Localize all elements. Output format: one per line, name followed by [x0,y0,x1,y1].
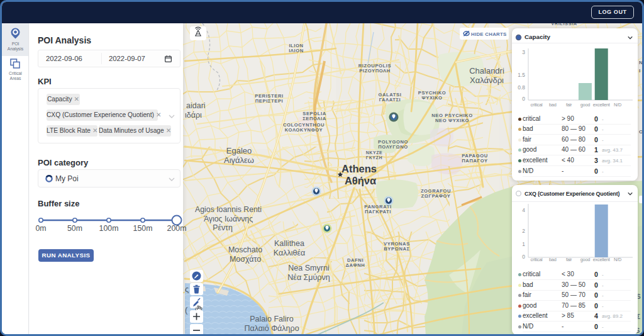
svg-text:VRILISSIA: VRILISSIA [551,23,577,26]
svg-text:ιδάρι: ιδάρι [185,111,202,120]
svg-text:0m: 0m [35,224,46,233]
svg-text:ΓΑΛΑΤΣΙ: ΓΑΛΑΤΣΙ [379,97,401,103]
svg-text:excellent: excellent [593,102,610,108]
svg-text:Athens: Athens [341,163,377,174]
svg-text:Palaio Faliro: Palaio Faliro [250,315,294,323]
svg-text:ς: ς [185,284,189,294]
svg-text:0: 0 [522,254,525,260]
svg-text:ΠΑΓΚΡΑΤΙ: ΠΑΓΚΡΑΤΙ [365,209,391,215]
svg-text:Νέα Σμύρνη: Νέα Σμύρνη [287,273,330,282]
svg-text:ΒΥΡΩΝΑΣ: ΒΥΡΩΝΑΣ [384,246,409,252]
svg-text:critical: critical [530,257,543,262]
svg-text:200m: 200m [167,224,187,233]
svg-text:bad: bad [549,257,557,262]
svg-text:N/D: N/D [614,102,621,108]
svg-text:Ρέντη: Ρέντη [213,223,233,232]
svg-text:ΠΟΛΥΓΩΝΟ: ΠΟΛΥΓΩΝΟ [378,144,408,150]
svg-text:1: 1 [522,241,525,247]
svg-text:150m: 150m [133,224,153,233]
svg-text:50m: 50m [67,224,82,233]
svg-text:100m: 100m [99,224,119,233]
svg-text:ΔΑΦΝΗ: ΔΑΦΝΗ [346,262,365,268]
svg-text:Chalandri: Chalandri [469,66,504,76]
svg-text:ΖΩΓΡΑΦΟΥ: ΖΩΓΡΑΦΟΥ [421,193,451,199]
svg-text:Αιγάλεω: Αιγάλεω [224,155,254,165]
svg-text:ΓΚΥΖΗ: ΓΚΥΖΗ [366,155,382,160]
svg-text:N/D: N/D [614,257,621,262]
svg-text:Μοσχάτο: Μοσχάτο [230,255,261,264]
svg-text:N: N [639,60,642,65]
svg-text:Παλαιό Φάληρο: Παλαιό Φάληρο [244,324,299,333]
svg-text:Agios Ioannis Renti: Agios Ioannis Renti [195,205,262,214]
svg-text:Kallithea: Kallithea [274,239,304,248]
svg-text:ΠΑΠΑΓΟΥ: ΠΑΠΑΓΟΥ [462,158,487,164]
svg-text:good: good [580,102,591,108]
svg-text:Χαλάνδρι: Χαλάνδρι [470,76,504,85]
svg-text:(: ( [185,305,188,315]
svg-text:ΡΙΖΟΥΠΟΛΗ: ΡΙΖΟΥΠΟΛΗ [359,68,391,74]
svg-text:Nea Smyrni: Nea Smyrni [288,264,329,272]
svg-text:O: O [639,129,642,135]
svg-text:good: good [580,257,591,262]
svg-text:Καλλιθέα: Καλλιθέα [274,249,305,257]
svg-text:NKYZE: NKYZE [366,150,383,155]
svg-text:Moschato: Moschato [228,245,262,254]
svg-text:0: 0 [522,96,525,102]
svg-text:4: 4 [522,207,525,213]
svg-text:fair: fair [566,257,572,262]
svg-text:Αθήνα: Αθήνα [345,175,376,186]
svg-text:aidari: aidari [186,101,206,110]
svg-text:ΣΕΠΟΛΙΑ: ΣΕΠΟΛΙΑ [303,116,326,121]
svg-text:3: 3 [522,49,525,55]
svg-text:2: 2 [522,228,525,234]
svg-text:ΨΥΧΙΚΟ: ΨΥΧΙΚΟ [421,95,442,101]
svg-text:bad: bad [549,102,557,108]
svg-text:fair: fair [566,102,572,108]
svg-text:ΝΕΟ ΨΥΧΙΚΟ: ΝΕΟ ΨΥΧΙΚΟ [435,118,469,123]
svg-text:I: I [639,68,641,74]
svg-text:1.5: 1.5 [518,72,525,78]
svg-text:ΙΛΙΟΝ: ΙΛΙΟΝ [289,48,304,53]
svg-text:0.8: 0.8 [518,84,525,91]
svg-text:excellent: excellent [593,257,610,262]
svg-text:Άγιος Ιωάννης: Άγιος Ιωάννης [204,215,253,223]
svg-text:critical: critical [530,102,543,108]
svg-text:ΠΕΡΙΣΤΕΡΙ: ΠΕΡΙΣΤΕΡΙ [255,98,284,104]
svg-text:ΚΟΛΟΚΥΝΘΟΥ: ΚΟΛΟΚΥΝΘΟΥ [285,127,323,133]
svg-text:Egaleo: Egaleo [226,146,252,155]
svg-text:HIDE CHARTS: HIDE CHARTS [471,31,507,37]
